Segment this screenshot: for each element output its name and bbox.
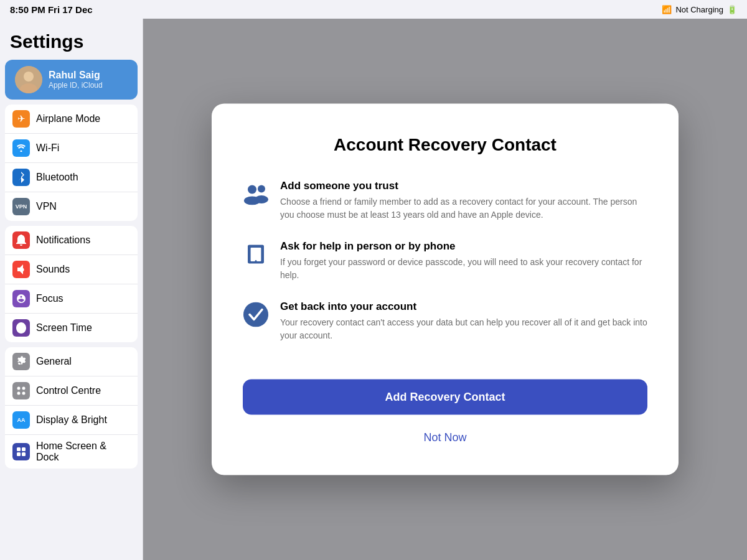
sidebar-item-focus[interactable]: Focus [5,284,138,314]
recovery-contact-modal: Account Recovery Contact [212,104,679,475]
notifications-icon [12,231,30,249]
sidebar-item-sounds[interactable]: Sounds [5,255,138,284]
sidebar-item-vpn[interactable]: VPN VPN [5,192,138,221]
sidebar-label-sounds: Sounds [36,264,70,275]
sidebar-item-airplane[interactable]: ✈ Airplane Mode [5,105,138,134]
people-icon [243,181,269,207]
bluetooth-icon [12,169,30,186]
svg-point-13 [258,185,265,192]
avatar [15,66,42,93]
svg-point-6 [22,392,26,395]
svg-point-1 [24,72,34,82]
svg-point-16 [243,302,268,327]
homescreen-icon [12,443,30,460]
sidebar: Settings Rahul Saig Apple ID, iCloud ✈ A… [0,19,143,560]
svg-rect-7 [17,447,21,451]
feature-item-recover: Get back into your account Your recovery… [243,301,647,342]
sidebar-section-network: ✈ Airplane Mode Wi-Fi [5,105,138,221]
content-area: Account Recovery Contact [143,19,747,560]
sidebar-item-notifications[interactable]: Notifications [5,226,138,255]
feature-item-trust: Add someone you trust Choose a friend or… [243,180,647,222]
sidebar-item-bluetooth[interactable]: Bluetooth [5,163,138,192]
svg-point-5 [17,392,21,395]
screentime-icon [12,319,30,337]
phone-icon [243,241,269,268]
status-bar: 8:50 PM Fri 17 Dec 📶 Not Charging 🔋 [0,0,747,19]
feature-text-trust: Add someone you trust Choose a friend or… [280,180,647,222]
sounds-icon [12,261,30,278]
sidebar-item-display[interactable]: AA Display & Bright [5,406,138,435]
svg-point-4 [22,387,26,390]
svg-rect-9 [17,452,21,456]
check-circle-icon [243,302,269,328]
sidebar-section-alerts: Notifications Sounds Focus [5,226,138,342]
focus-icon [12,290,30,307]
profile-row[interactable]: Rahul Saig Apple ID, iCloud [5,60,138,100]
status-right: 📶 Not Charging 🔋 [662,5,737,14]
sidebar-label-screentime: Screen Time [36,322,92,334]
display-icon: AA [12,411,30,429]
svg-point-3 [17,387,21,390]
modal-title: Account Recovery Contact [243,135,647,155]
sidebar-label-airplane: Airplane Mode [36,113,100,124]
svg-rect-10 [22,452,26,456]
svg-point-11 [248,185,256,194]
profile-subtitle: Apple ID, iCloud [49,81,103,90]
sidebar-label-wifi: Wi-Fi [36,142,59,154]
sidebar-label-general: General [36,356,72,367]
battery-icon: 🔋 [727,5,737,14]
sidebar-label-homescreen: Home Screen & Dock [36,441,130,463]
sidebar-item-general[interactable]: General [5,347,138,376]
svg-point-14 [255,195,268,203]
profile-name: Rahul Saig [49,70,103,81]
status-time: 8:50 PM Fri 17 Dec [10,4,93,15]
sidebar-label-notifications: Notifications [36,235,90,246]
vpn-icon: VPN [12,198,30,215]
battery-status: Not Charging [675,5,723,14]
sidebar-item-controlcentre[interactable]: Control Centre [5,376,138,406]
airplane-icon: ✈ [12,110,30,128]
sidebar-section-system: General Control Centre AA Display & Brig… [5,347,138,469]
feature-text-recover: Get back into your account Your recovery… [280,301,647,342]
profile-info: Rahul Saig Apple ID, iCloud [49,70,103,90]
sidebar-label-focus: Focus [36,293,63,304]
not-now-button[interactable]: Not Now [243,425,647,450]
main-layout: Settings Rahul Saig Apple ID, iCloud ✈ A… [0,19,747,560]
feature-item-phone: Ask for help in person or by phone If yo… [243,240,647,282]
sidebar-item-wifi[interactable]: Wi-Fi [5,134,138,163]
sidebar-item-homescreen[interactable]: Home Screen & Dock [5,435,138,469]
wifi-menu-icon [12,139,30,157]
sidebar-item-screentime[interactable]: Screen Time [5,314,138,342]
feature-list: Add someone you trust Choose a friend or… [243,180,647,342]
add-recovery-contact-button[interactable]: Add Recovery Contact [243,380,647,415]
sidebar-label-bluetooth: Bluetooth [36,172,78,183]
svg-rect-8 [22,447,26,451]
controlcentre-icon [12,382,30,399]
sidebar-label-display: Display & Bright [36,414,107,426]
feature-text-phone: Ask for help in person or by phone If yo… [280,240,647,282]
sidebar-label-vpn: VPN [36,201,57,212]
sidebar-label-controlcentre: Control Centre [36,385,101,396]
wifi-icon: 📶 [662,5,672,14]
settings-title: Settings [0,19,143,60]
general-icon [12,353,30,370]
